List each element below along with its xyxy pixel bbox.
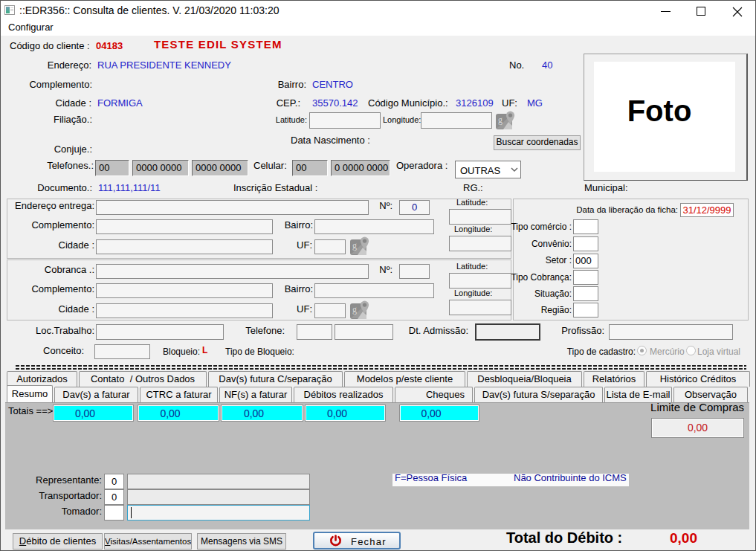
svg-text:g: g (352, 304, 357, 315)
svg-text:g: g (498, 115, 503, 125)
svg-text:g: g (352, 240, 357, 251)
